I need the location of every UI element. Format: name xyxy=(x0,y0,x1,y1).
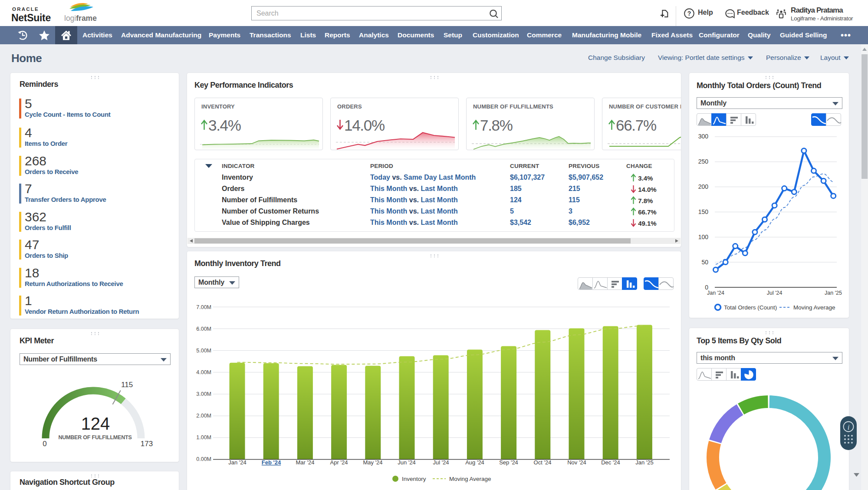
svg-text:2.00M: 2.00M xyxy=(196,413,211,419)
svg-text:150: 150 xyxy=(698,208,709,215)
svg-text:Mar '24: Mar '24 xyxy=(296,459,315,466)
svg-text:5.00M: 5.00M xyxy=(196,348,211,354)
svg-text:Jun '24: Jun '24 xyxy=(398,459,416,466)
svg-text:Jan '25: Jan '25 xyxy=(635,459,654,466)
svg-text:0.00M: 0.00M xyxy=(196,456,211,462)
svg-text:6.00M: 6.00M xyxy=(196,326,211,332)
svg-text:NUMBER OF FULFILLMENTS: NUMBER OF FULFILLMENTS xyxy=(58,434,132,441)
svg-text:3.00M: 3.00M xyxy=(196,391,211,397)
svg-text:200: 200 xyxy=(698,183,709,190)
svg-text:0: 0 xyxy=(43,440,46,448)
svg-text:Inventory: Inventory xyxy=(402,476,426,482)
svg-text:250: 250 xyxy=(698,158,709,165)
svg-text:115: 115 xyxy=(121,381,133,389)
svg-text:Nov '24: Nov '24 xyxy=(567,459,586,466)
svg-text:Moving Average: Moving Average xyxy=(793,304,835,311)
svg-text:Jan '24: Jan '24 xyxy=(707,290,724,296)
svg-text:173: 173 xyxy=(141,440,153,448)
svg-text:Apr '24: Apr '24 xyxy=(330,459,348,466)
svg-text:Dec '24: Dec '24 xyxy=(601,459,620,466)
svg-text:300: 300 xyxy=(698,133,709,140)
svg-text:May '24: May '24 xyxy=(363,459,382,466)
svg-text:Jan '25: Jan '25 xyxy=(825,290,842,296)
svg-text:Oct '24: Oct '24 xyxy=(534,459,552,466)
svg-text:Jan '24: Jan '24 xyxy=(228,459,247,466)
svg-text:Jul '24: Jul '24 xyxy=(433,459,449,466)
svg-text:1.00M: 1.00M xyxy=(196,434,211,441)
svg-text:Aug '24: Aug '24 xyxy=(465,459,484,466)
svg-text:Jul '24: Jul '24 xyxy=(767,290,783,296)
svg-text:4.00M: 4.00M xyxy=(196,369,211,375)
svg-text:Sep '24: Sep '24 xyxy=(499,459,518,466)
svg-text:124: 124 xyxy=(81,414,110,433)
svg-text:?: ? xyxy=(687,10,691,17)
svg-text:i: i xyxy=(848,423,850,431)
svg-text:Moving Average: Moving Average xyxy=(449,476,491,482)
svg-text:Feb '24: Feb '24 xyxy=(262,459,281,466)
svg-text:100: 100 xyxy=(698,233,709,240)
svg-text:7.00M: 7.00M xyxy=(196,304,211,310)
svg-text:50: 50 xyxy=(701,259,708,266)
svg-text:Total Orders (Count): Total Orders (Count) xyxy=(724,304,777,311)
